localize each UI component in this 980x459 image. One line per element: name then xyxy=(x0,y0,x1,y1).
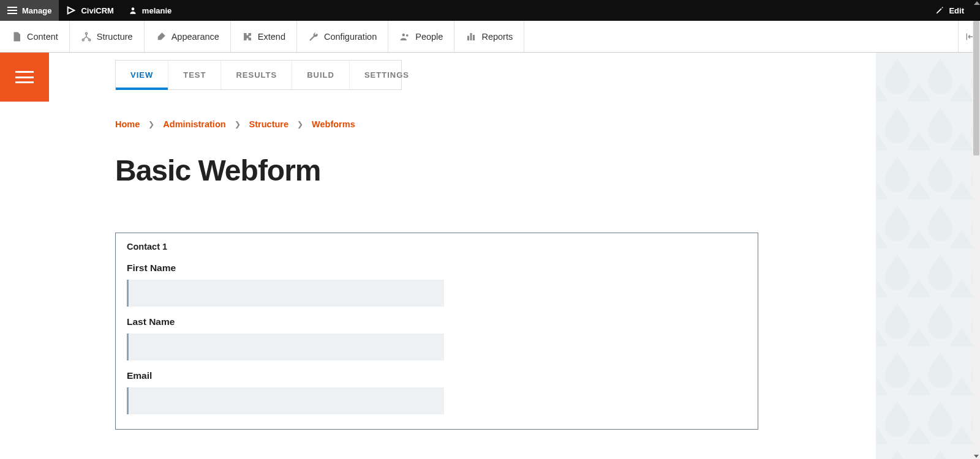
admin-menu-label: People xyxy=(415,32,443,42)
svg-rect-9 xyxy=(966,33,967,40)
chevron-right-icon: ❯ xyxy=(297,120,303,129)
people-icon xyxy=(399,31,410,42)
admin-menu-structure[interactable]: Structure xyxy=(70,21,145,52)
edit-label: Edit xyxy=(949,6,964,15)
admin-menu-label: Content xyxy=(27,32,58,42)
breadcrumb: Home ❯ Administration ❯ Structure ❯ Webf… xyxy=(115,119,850,129)
collapse-toolbar-icon[interactable] xyxy=(974,1,980,5)
hamburger-icon xyxy=(15,71,34,83)
paint-icon xyxy=(156,31,167,42)
admin-menu: Content Structure Appearance Extend Conf… xyxy=(0,21,980,53)
hamburger-icon xyxy=(7,7,17,14)
first-name-input[interactable] xyxy=(127,280,444,307)
svg-rect-8 xyxy=(473,35,475,40)
tab-build[interactable]: BUILD xyxy=(292,61,350,89)
tab-settings[interactable]: SETTINGS xyxy=(350,61,424,89)
droplet-pattern xyxy=(876,53,980,459)
file-icon xyxy=(11,31,22,42)
admin-menu-reports[interactable]: Reports xyxy=(454,21,524,52)
email-input[interactable] xyxy=(127,387,444,414)
tab-label: RESULTS xyxy=(236,70,277,80)
toolbar: Manage CiviCRM melanie Edit xyxy=(0,0,980,21)
svg-point-5 xyxy=(406,34,409,36)
user-icon xyxy=(129,6,137,15)
breadcrumb-webforms[interactable]: Webforms xyxy=(312,119,355,129)
civicrm-link[interactable]: CiviCRM xyxy=(59,0,121,21)
admin-menu-label: Structure xyxy=(97,32,133,42)
svg-rect-10 xyxy=(876,53,980,459)
breadcrumb-home[interactable]: Home xyxy=(115,119,140,129)
webform-fieldset: Contact 1 First Name Last Name Email xyxy=(115,233,758,430)
user-menu[interactable]: melanie xyxy=(121,0,179,21)
last-name-label: Last Name xyxy=(127,316,747,327)
admin-menu-appearance[interactable]: Appearance xyxy=(145,21,231,52)
edit-button[interactable]: Edit xyxy=(928,0,971,21)
svg-point-1 xyxy=(85,32,87,34)
fieldset-legend: Contact 1 xyxy=(127,242,747,252)
admin-menu-configuration[interactable]: Configuration xyxy=(297,21,388,52)
admin-menu-people[interactable]: People xyxy=(388,21,454,52)
svg-point-0 xyxy=(132,7,135,10)
svg-rect-6 xyxy=(467,35,469,40)
vertical-scrollbar[interactable] xyxy=(973,21,980,459)
civicrm-label: CiviCRM xyxy=(81,6,113,15)
tab-label: BUILD xyxy=(307,70,334,80)
hierarchy-icon xyxy=(81,31,92,42)
admin-menu-label: Reports xyxy=(481,32,513,42)
content-area: VIEW TEST RESULTS BUILD SETTINGS Home ❯ … xyxy=(49,53,980,459)
admin-menu-label: Extend xyxy=(258,32,285,42)
admin-menu-content[interactable]: Content xyxy=(0,21,70,52)
tab-results[interactable]: RESULTS xyxy=(221,61,292,89)
admin-menu-extend[interactable]: Extend xyxy=(231,21,297,52)
svg-point-4 xyxy=(402,33,405,36)
admin-menu-label: Configuration xyxy=(324,32,377,42)
svg-point-3 xyxy=(89,39,91,40)
sidebar-toggle[interactable] xyxy=(0,53,49,102)
svg-point-2 xyxy=(82,39,84,40)
tab-label: VIEW xyxy=(130,70,153,80)
admin-menu-label: Appearance xyxy=(172,32,219,42)
user-label: melanie xyxy=(142,6,172,15)
chevron-right-icon: ❯ xyxy=(148,120,154,129)
tab-test[interactable]: TEST xyxy=(168,61,221,89)
puzzle-icon xyxy=(242,31,253,42)
tab-label: TEST xyxy=(183,70,206,80)
pencil-icon xyxy=(935,6,944,15)
chevron-right-icon: ❯ xyxy=(235,120,241,129)
scroll-down-icon xyxy=(974,455,979,458)
manage-button[interactable]: Manage xyxy=(0,0,59,21)
scrollbar-thumb[interactable] xyxy=(973,21,979,155)
wrench-icon xyxy=(308,31,319,42)
breadcrumb-structure[interactable]: Structure xyxy=(249,119,288,129)
manage-label: Manage xyxy=(22,6,51,15)
tab-label: SETTINGS xyxy=(364,70,409,80)
civicrm-icon xyxy=(66,6,76,15)
tab-view[interactable]: VIEW xyxy=(116,61,168,89)
last-name-input[interactable] xyxy=(127,334,444,360)
email-label: Email xyxy=(127,370,747,381)
breadcrumb-administration[interactable]: Administration xyxy=(163,119,225,129)
first-name-label: First Name xyxy=(127,263,747,274)
primary-tabs: VIEW TEST RESULTS BUILD SETTINGS xyxy=(115,60,402,90)
page-title: Basic Webform xyxy=(115,154,850,187)
svg-rect-7 xyxy=(470,33,472,40)
chart-icon xyxy=(466,31,477,42)
